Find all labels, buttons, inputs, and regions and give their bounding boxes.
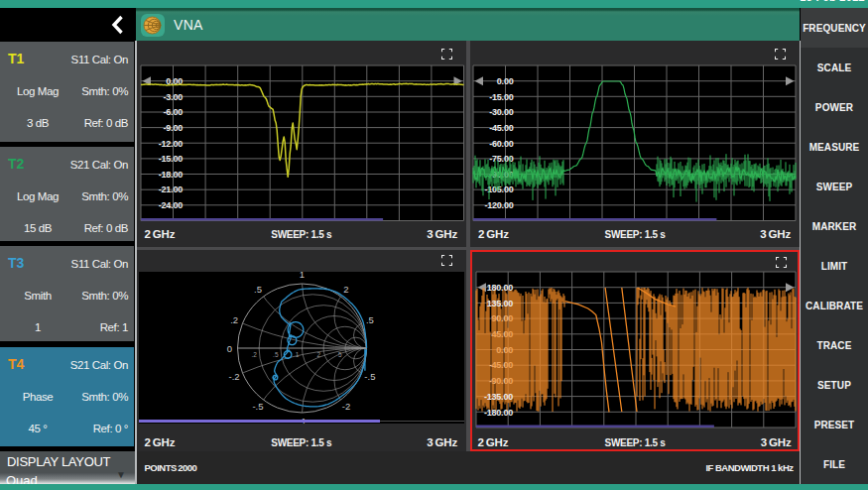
svg-text:-6.00: -6.00	[163, 107, 183, 117]
svg-text:.5: .5	[365, 314, 373, 325]
svg-text:2: 2	[343, 284, 348, 295]
svg-text:-120.00: -120.00	[484, 200, 513, 210]
svg-text:5: 5	[337, 351, 341, 358]
svg-text:-60.00: -60.00	[489, 139, 514, 149]
svg-text:-45.00: -45.00	[489, 123, 514, 133]
svg-text:-15.00: -15.00	[159, 154, 184, 164]
svg-text:-12.00: -12.00	[159, 139, 184, 149]
svg-text:180.00: 180.00	[486, 282, 513, 292]
svg-text:.2: .2	[230, 314, 238, 325]
svg-text:-.5: -.5	[252, 401, 263, 412]
svg-text:-21.00: -21.00	[159, 184, 184, 194]
svg-text:-.2: -.2	[228, 371, 239, 382]
svg-text:0.00: 0.00	[497, 76, 514, 86]
svg-text:-2: -2	[341, 401, 349, 412]
svg-text:-.5: -.5	[364, 371, 375, 382]
svg-text:0: 0	[226, 343, 231, 354]
svg-text:-30.00: -30.00	[489, 107, 514, 117]
svg-text:-24.00: -24.00	[159, 200, 184, 210]
svg-text:.2: .2	[251, 351, 257, 358]
svg-text:-15.00: -15.00	[489, 92, 514, 102]
svg-text:1: 1	[295, 351, 299, 358]
svg-text:.5: .5	[273, 351, 279, 358]
svg-text:-135.00: -135.00	[483, 391, 512, 401]
svg-text:135.00: 135.00	[486, 298, 513, 307]
svg-text:-3.00: -3.00	[163, 92, 183, 102]
svg-text:-180.00: -180.00	[483, 407, 512, 417]
svg-text:2: 2	[316, 351, 320, 358]
svg-text:-18.00: -18.00	[159, 170, 184, 180]
svg-text:-9.00: -9.00	[163, 123, 183, 133]
svg-text:1: 1	[299, 272, 304, 280]
svg-text:.5: .5	[254, 284, 262, 295]
